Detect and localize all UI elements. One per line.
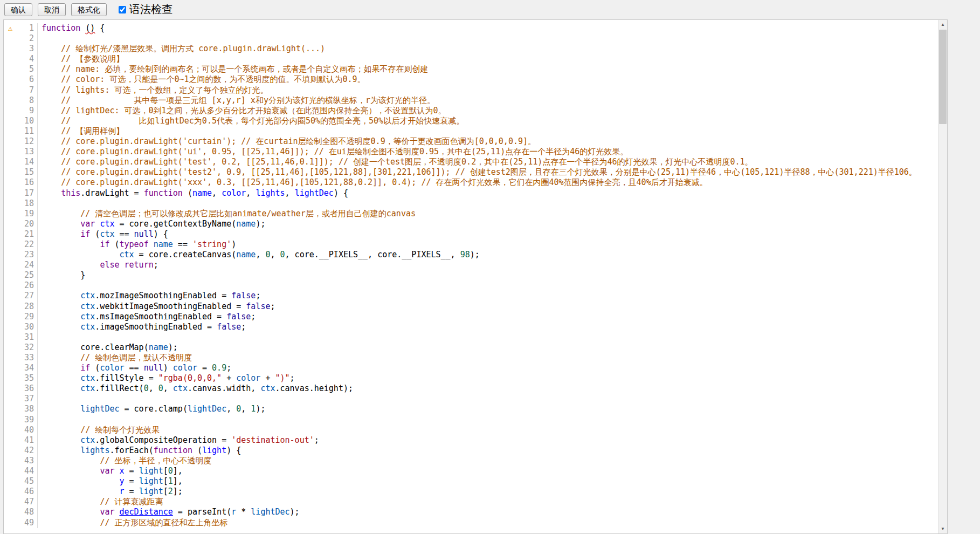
line-number: 5 [17,64,37,74]
code-line: 29 ctx.msImageSmoothingEnabled = false; [4,312,938,322]
line-number: 6 [17,74,37,85]
code-line: 40 // 绘制每个灯光效果 [4,425,938,435]
code-text: ctx = core.createCanvas(name, 0, 0, core… [42,250,938,260]
code-text: // core.plugin.drawLight('curtain'); // … [42,136,938,147]
code-line: 35 ctx.fillStyle = "rgba(0,0,0," + color… [4,373,938,384]
gutter: 40 [4,425,38,435]
code-text: else return; [42,260,938,270]
code-text: // core.plugin.drawLight('test', 0.2, [[… [42,157,938,167]
gutter: 42 [4,446,38,456]
code-text: ctx.msImageSmoothingEnabled = false; [42,312,938,322]
line-number: 14 [17,157,37,167]
gutter: 49 [4,518,38,528]
code-line: 45 y = light[1], [4,476,938,487]
format-button[interactable]: 格式化 [71,3,107,16]
code-text: // 【调用样例】 [42,126,938,136]
code-text [42,280,938,291]
line-number: 7 [17,85,37,95]
line-number: 18 [17,198,37,209]
code-line: 37 [4,394,938,404]
code-text: r = light[2]; [42,487,938,497]
code-line: ⚠1function () { [4,23,938,33]
line-number: 8 [17,95,37,106]
gutter: 27 [4,291,38,301]
code-line: 12 // core.plugin.drawLight('curtain'); … [4,136,938,147]
code-text [42,332,938,343]
warning-icon: ⚠ [4,23,17,33]
gutter: 28 [4,302,38,312]
scroll-up-arrow-icon[interactable]: ▲ [938,20,947,29]
code-text: // name: 必填，要绘制到的画布名；可以是一个系统画布，或者是个自定义画布… [42,64,938,74]
gutter: 46 [4,487,38,497]
line-number: 10 [17,116,37,126]
cancel-button[interactable]: 取消 [38,3,66,16]
line-number: 46 [17,487,37,497]
code-line: 20 var ctx = core.getContextByName(name)… [4,219,938,229]
line-number: 16 [17,177,37,188]
code-line: 39 [4,415,938,425]
gutter: 47 [4,497,38,507]
line-number: 26 [17,280,37,291]
line-number: 17 [17,188,37,198]
gutter: 20 [4,219,38,229]
code-line: 46 r = light[2]; [4,487,938,497]
code-line: 27 ctx.mozImageSmoothingEnabled = false; [4,291,938,301]
gutter: 30 [4,322,38,332]
syntax-check-checkbox[interactable] [119,6,126,13]
gutter: 18 [4,198,38,209]
code-text: // 其中每一项是三元组 [x,y,r] x和y分别为该灯光的横纵坐标，r为该灯… [42,95,938,106]
line-number: 23 [17,250,37,260]
code-text: if (typeof name == 'string') [42,239,938,250]
code-text: ctx.mozImageSmoothingEnabled = false; [42,291,938,301]
gutter: 12 [4,136,38,147]
code-text: function () { [42,23,938,33]
code-text: // color: 可选，只能是一个0~1之间的数，为不透明度的值。不填则默认为… [42,74,938,85]
line-number: 33 [17,353,37,363]
line-number: 11 [17,126,37,136]
toolbar: 确认 取消 格式化 语法检查 [0,0,980,19]
vertical-scrollbar[interactable]: ▲ ▼ [938,20,947,533]
line-number: 37 [17,394,37,404]
line-number: 45 [17,476,37,487]
line-number: 42 [17,446,37,456]
code-editor[interactable]: ⚠1function () {23 // 绘制灯光/漆黑层效果。调用方式 cor… [3,19,948,534]
confirm-button[interactable]: 确认 [4,3,32,16]
code-line: 33 // 绘制色调层，默认不透明度 [4,353,938,363]
code-text: } [42,270,938,280]
code-text: // lightDec: 可选，0到1之间，光从多少百分比才开始衰减（在此范围内… [42,106,938,116]
gutter: 6 [4,74,38,85]
code-text: var x = light[0], [42,466,938,476]
line-number: 22 [17,239,37,250]
code-line: 18 [4,198,938,209]
gutter: 41 [4,435,38,446]
gutter: 17 [4,188,38,198]
code-text: y = light[1], [42,476,938,487]
gutter: 11 [4,126,38,136]
code-text: ctx.globalCompositeOperation = 'destinat… [42,435,938,446]
syntax-check-label[interactable]: 语法检查 [129,2,172,17]
code-line: 31 [4,332,938,343]
line-number: 1 [17,23,37,33]
line-number: 34 [17,363,37,373]
line-number: 39 [17,415,37,425]
line-number: 20 [17,219,37,229]
gutter: 36 [4,384,38,394]
code-text [42,394,938,404]
gutter: 14 [4,157,38,167]
gutter: 15 [4,167,38,177]
code-line: 14 // core.plugin.drawLight('test', 0.2,… [4,157,938,167]
code-line: 49 // 正方形区域的直径和左上角坐标 [4,518,938,528]
line-number: 43 [17,456,37,466]
code-line: 28 ctx.webkitImageSmoothingEnabled = fal… [4,302,938,312]
code-line: 38 lightDec = core.clamp(lightDec, 0, 1)… [4,404,938,414]
code-line: 24 else return; [4,260,938,270]
scrollbar-thumb[interactable] [939,30,947,124]
code-line: 30 ctx.imageSmoothingEnabled = false; [4,322,938,332]
gutter: 22 [4,239,38,250]
scroll-down-arrow-icon[interactable]: ▼ [938,524,947,533]
gutter: 13 [4,147,38,157]
code-line: 4 // 【参数说明】 [4,54,938,64]
code-text [42,198,938,209]
line-number: 32 [17,343,37,353]
gutter: 4 [4,54,38,64]
